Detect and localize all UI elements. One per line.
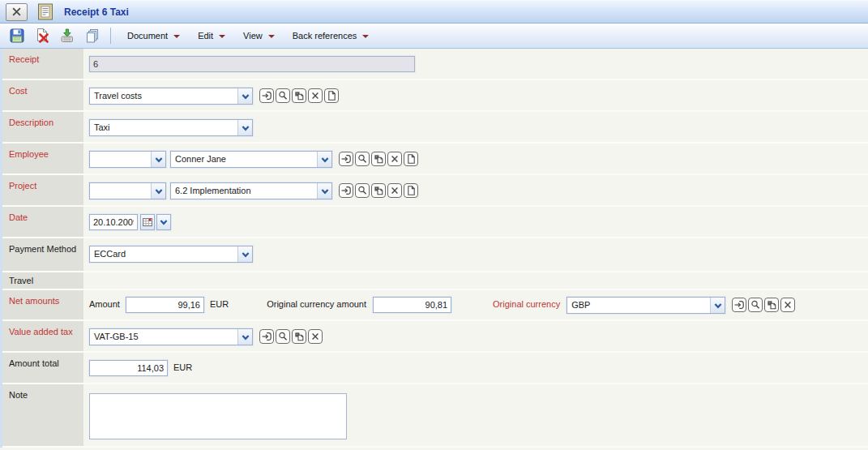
chevron-down-icon bbox=[158, 216, 169, 228]
cost-clear-button[interactable] bbox=[308, 88, 323, 103]
vat-paste-button[interactable] bbox=[292, 329, 306, 344]
vat-goto-button[interactable] bbox=[259, 329, 274, 344]
note-textarea[interactable] bbox=[89, 393, 347, 439]
employee-dropdown-value: Conner Jane bbox=[171, 152, 317, 167]
menu-back-references-label: Back references bbox=[293, 31, 357, 41]
paste-icon bbox=[293, 331, 305, 342]
cost-label: Cost bbox=[9, 86, 28, 96]
row-employee: Employee Conner Jane bbox=[2, 144, 868, 175]
stacked-pages-icon bbox=[84, 28, 100, 44]
save-button[interactable] bbox=[6, 26, 28, 45]
original-currency-label: Original currency bbox=[493, 297, 560, 309]
check-in-button[interactable] bbox=[57, 26, 78, 45]
vat-dropdown[interactable]: VAT-GB-15 bbox=[89, 328, 253, 345]
cost-new-button[interactable] bbox=[324, 88, 339, 103]
row-net-amounts: Net amounts Amount EUR Original currency… bbox=[2, 290, 868, 321]
row-value-added-tax: Value added tax VAT-GB-15 bbox=[2, 321, 868, 353]
row-travel: Travel bbox=[2, 272, 868, 290]
chevron-down-icon[interactable] bbox=[237, 88, 252, 104]
cost-goto-button[interactable] bbox=[259, 88, 274, 103]
row-note: Note bbox=[2, 384, 868, 448]
employee-paste-button[interactable] bbox=[371, 152, 386, 166]
project-clear-button[interactable] bbox=[387, 183, 402, 198]
toolbar: Document Edit View Back references bbox=[0, 24, 868, 49]
payment-method-label: Payment Method bbox=[9, 244, 76, 254]
clear-icon bbox=[389, 185, 400, 196]
project-new-button[interactable] bbox=[404, 183, 418, 198]
menu-edit[interactable]: Edit bbox=[189, 28, 234, 44]
chevron-down-icon[interactable] bbox=[151, 152, 165, 167]
amount-total-input[interactable] bbox=[89, 360, 168, 376]
chevron-down-icon[interactable] bbox=[237, 329, 252, 345]
net-amounts-label: Net amounts bbox=[9, 296, 59, 306]
chevron-down-icon[interactable] bbox=[710, 298, 725, 313]
delete-button[interactable] bbox=[32, 26, 53, 45]
payment-method-dropdown[interactable]: ECCard bbox=[89, 246, 253, 263]
new-document-icon bbox=[405, 153, 417, 165]
cost-dropdown[interactable]: Travel costs bbox=[89, 88, 253, 105]
menu-back-references[interactable]: Back references bbox=[284, 28, 378, 44]
row-project: Project 6.2 Implementation bbox=[2, 175, 868, 207]
search-icon bbox=[277, 331, 289, 342]
employee-goto-button[interactable] bbox=[339, 152, 353, 166]
project-label: Project bbox=[9, 181, 36, 191]
project-paste-button[interactable] bbox=[371, 183, 386, 198]
vat-search-button[interactable] bbox=[276, 329, 290, 344]
employee-clear-button[interactable] bbox=[387, 152, 402, 166]
toolbar-separator bbox=[110, 28, 111, 44]
employee-prefix-dropdown[interactable] bbox=[89, 151, 166, 168]
amount-input[interactable] bbox=[126, 297, 204, 313]
chevron-down-icon[interactable] bbox=[237, 246, 252, 262]
copy-button[interactable] bbox=[82, 26, 103, 45]
close-button[interactable] bbox=[6, 3, 28, 21]
original-currency-clear-button[interactable] bbox=[780, 298, 795, 312]
project-search-button[interactable] bbox=[355, 183, 370, 198]
description-dropdown[interactable]: Taxi bbox=[89, 119, 253, 136]
employee-new-button[interactable] bbox=[404, 152, 418, 166]
original-currency-amount-input[interactable] bbox=[373, 297, 451, 313]
chevron-down-icon bbox=[219, 35, 225, 38]
menu-view[interactable]: View bbox=[234, 28, 284, 44]
chevron-down-icon[interactable] bbox=[317, 152, 331, 167]
original-currency-paste-button[interactable] bbox=[764, 298, 779, 312]
vat-clear-button[interactable] bbox=[308, 329, 323, 344]
cost-paste-button[interactable] bbox=[292, 88, 306, 103]
new-document-icon bbox=[326, 90, 337, 101]
employee-search-button[interactable] bbox=[355, 152, 370, 166]
project-dropdown-value: 6.2 Implementation bbox=[171, 183, 317, 199]
note-label: Note bbox=[9, 390, 28, 400]
search-icon bbox=[750, 299, 761, 311]
project-prefix-dropdown[interactable] bbox=[89, 182, 166, 199]
vat-dropdown-value: VAT-GB-15 bbox=[90, 329, 237, 345]
original-currency-goto-button[interactable] bbox=[732, 298, 746, 312]
menu-view-label: View bbox=[243, 31, 263, 41]
project-dropdown[interactable]: 6.2 Implementation bbox=[170, 182, 332, 199]
receipt-document-icon bbox=[37, 3, 53, 20]
chevron-down-icon bbox=[173, 35, 180, 38]
close-icon bbox=[11, 6, 22, 17]
goto-icon bbox=[340, 185, 352, 196]
original-currency-search-button[interactable] bbox=[748, 298, 763, 312]
calendar-button[interactable] bbox=[140, 214, 155, 230]
date-dropdown-button[interactable] bbox=[156, 214, 171, 230]
employee-label: Employee bbox=[9, 149, 49, 159]
chevron-down-icon bbox=[362, 35, 369, 38]
page-title: Receipt 6 Taxi bbox=[64, 6, 129, 18]
cost-search-button[interactable] bbox=[276, 88, 290, 103]
chevron-down-icon[interactable] bbox=[237, 120, 252, 135]
row-payment-method: Payment Method ECCard bbox=[2, 238, 868, 272]
menu-document[interactable]: Document bbox=[118, 28, 189, 44]
original-currency-dropdown-value: GBP bbox=[567, 298, 710, 313]
employee-dropdown[interactable]: Conner Jane bbox=[170, 151, 332, 168]
project-goto-button[interactable] bbox=[339, 183, 353, 198]
original-currency-dropdown[interactable]: GBP bbox=[567, 297, 725, 314]
description-dropdown-value: Taxi bbox=[90, 120, 237, 135]
row-description: Description Taxi bbox=[2, 112, 868, 144]
chevron-down-icon[interactable] bbox=[151, 183, 165, 199]
search-icon bbox=[277, 90, 289, 101]
value-added-tax-label: Value added tax bbox=[9, 327, 73, 336]
travel-label: Travel bbox=[9, 276, 33, 285]
date-input[interactable] bbox=[89, 214, 138, 230]
chevron-down-icon[interactable] bbox=[317, 183, 331, 199]
floppy-disk-icon bbox=[9, 28, 25, 44]
